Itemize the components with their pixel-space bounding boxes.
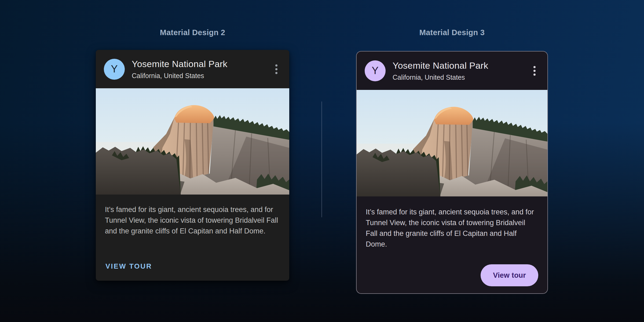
view-tour-button[interactable]: View tour <box>481 264 538 286</box>
page-background: { "background": { "top_left": "#051a2f",… <box>0 0 644 322</box>
card-description: It’s famed for its giant, ancient sequoi… <box>96 195 289 236</box>
card-subtitle: California, United States <box>132 72 228 80</box>
md2-section-label: Material Design 2 <box>96 27 289 38</box>
card-title-group: Yosemite National Park California, Unite… <box>393 60 488 81</box>
view-tour-button[interactable]: VIEW TOUR <box>105 261 153 272</box>
card-title: Yosemite National Park <box>132 58 228 69</box>
card-header: Y Yosemite National Park California, Uni… <box>96 50 289 88</box>
card-subtitle: California, United States <box>393 73 488 81</box>
card-title-group: Yosemite National Park California, Unite… <box>132 58 228 80</box>
avatar: Y <box>104 59 125 80</box>
vertical-divider <box>321 101 322 217</box>
more-vert-icon[interactable] <box>530 63 539 78</box>
md2-card: Y Yosemite National Park California, Uni… <box>96 50 289 281</box>
more-vert-icon[interactable] <box>272 62 281 77</box>
half-dome-photo <box>357 90 547 196</box>
card-actions: VIEW TOUR <box>96 261 289 281</box>
card-title: Yosemite National Park <box>393 60 488 71</box>
card-actions: View tour <box>357 264 547 293</box>
md3-card: Y Yosemite National Park California, Uni… <box>356 51 548 294</box>
md3-section-label: Material Design 3 <box>356 27 548 38</box>
half-dome-photo <box>96 88 289 195</box>
avatar: Y <box>365 60 386 81</box>
card-description: It’s famed for its giant, ancient sequoi… <box>357 196 547 250</box>
card-header: Y Yosemite National Park California, Uni… <box>357 52 547 90</box>
